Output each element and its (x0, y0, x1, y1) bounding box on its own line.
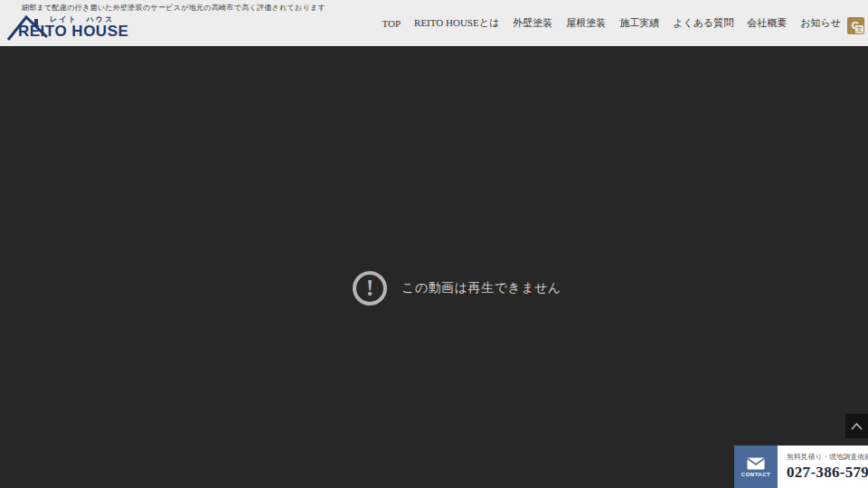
hero-video-area: ! この動画は再生できません (0, 46, 868, 488)
video-error-text: この動画は再生できません (401, 280, 561, 296)
nav-item-about[interactable]: REITO HOUSEとは (414, 16, 499, 30)
main-nav: TOP REITO HOUSEとは 外壁塗装 屋根塗装 施工実績 よくある質問 … (382, 0, 841, 46)
nav-item-news[interactable]: お知らせ (800, 16, 841, 30)
nav-item-faq[interactable]: よくある質問 (673, 16, 733, 30)
nav-item-works[interactable]: 施工実績 (619, 16, 659, 30)
envelope-icon (747, 457, 765, 470)
chevron-up-icon (851, 423, 863, 430)
error-exclamation-icon: ! (353, 271, 387, 305)
contact-info: 無料見積り・現地調査依頼 027-386-5791 (778, 446, 868, 488)
site-logo[interactable]: レイト ハウス REITO HOUSE (7, 14, 125, 42)
site-header: 細部まで配慮の行き届いた外壁塗装のサービスが地元の高崎市で高く評価されております… (0, 0, 868, 46)
contact-widget[interactable]: CONTACT 無料見積り・現地調査依頼 027-386-5791 (734, 446, 868, 488)
translate-zi-glyph: 文 (855, 25, 863, 33)
google-translate-icon[interactable]: G 文 (847, 17, 864, 34)
nav-item-company[interactable]: 会社概要 (747, 16, 787, 30)
nav-item-roof-paint[interactable]: 屋根塗装 (566, 16, 606, 30)
contact-button-label: CONTACT (741, 472, 770, 477)
contact-caption: 無料見積り・現地調査依頼 (787, 452, 861, 462)
back-to-top-button[interactable] (845, 414, 868, 438)
contact-button[interactable]: CONTACT (734, 446, 778, 488)
nav-item-top[interactable]: TOP (382, 18, 401, 29)
nav-item-exterior-paint[interactable]: 外壁塗装 (513, 16, 552, 30)
logo-name: REITO HOUSE (18, 23, 128, 41)
video-error-message: ! この動画は再生できません (353, 271, 561, 305)
site-tagline: 細部まで配慮の行き届いた外壁塗装のサービスが地元の高崎市で高く評価されております (22, 3, 326, 13)
contact-phone-number[interactable]: 027-386-5791 (787, 464, 861, 482)
